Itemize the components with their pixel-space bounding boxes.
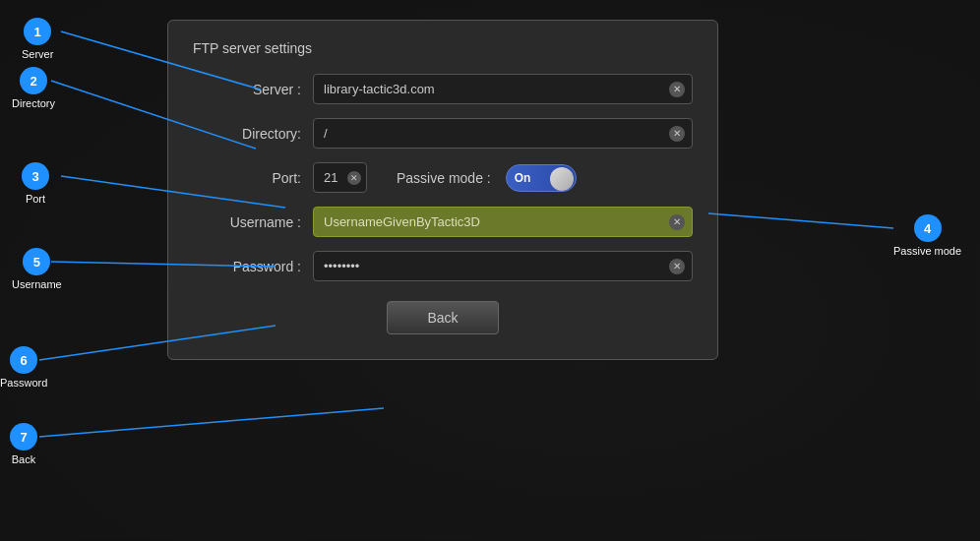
annotation-4: 4 Passive mode <box>893 214 961 257</box>
password-input-wrap: ✕ <box>313 251 693 281</box>
svg-line-6 <box>39 408 384 437</box>
passive-mode-label: Passive mode : <box>397 170 491 186</box>
annotation-circle-2: 2 <box>20 67 47 94</box>
annotation-circle-6: 6 <box>10 346 37 374</box>
directory-input[interactable] <box>313 118 693 149</box>
port-label: Port: <box>193 170 301 186</box>
directory-row: Directory: ✕ <box>193 118 693 149</box>
annotation-2: 2 Directory <box>12 67 55 109</box>
port-clear-button[interactable]: ✕ <box>347 171 361 185</box>
toggle-on-label: On <box>515 171 531 185</box>
server-row: Server : ✕ <box>193 74 693 104</box>
dialog-title: FTP server settings <box>193 40 693 56</box>
password-row: Password : ✕ <box>193 251 693 281</box>
password-clear-button[interactable]: ✕ <box>669 259 685 274</box>
server-input[interactable] <box>313 74 693 104</box>
port-passive-row: Port: ✕ Passive mode : On <box>193 162 693 193</box>
server-label: Server : <box>193 82 301 97</box>
port-input-wrap: ✕ <box>313 162 367 193</box>
annotation-7: 7 Back <box>10 423 37 465</box>
annotation-label-2: Directory <box>12 97 55 109</box>
toggle-handle <box>550 167 574 191</box>
toggle-switch[interactable]: On <box>506 164 577 192</box>
annotation-circle-7: 7 <box>10 423 37 451</box>
directory-label: Directory: <box>193 126 301 142</box>
directory-input-wrap: ✕ <box>313 118 693 149</box>
back-button-wrap: Back <box>193 301 693 334</box>
annotation-circle-4: 4 <box>914 214 942 242</box>
annotation-label-5: Username <box>12 278 62 290</box>
password-input[interactable] <box>313 251 693 281</box>
annotation-circle-1: 1 <box>24 18 51 45</box>
server-input-wrap: ✕ <box>313 74 693 104</box>
annotation-5: 5 Username <box>12 248 62 290</box>
username-input[interactable] <box>313 207 693 237</box>
passive-mode-toggle[interactable]: On <box>506 164 577 192</box>
annotation-label-3: Port <box>26 193 45 205</box>
ftp-settings-dialog: FTP server settings Server : ✕ Directory… <box>167 20 718 360</box>
annotation-label-1: Server <box>22 48 53 60</box>
back-button[interactable]: Back <box>387 301 498 334</box>
annotation-label-7: Back <box>12 453 35 465</box>
annotation-circle-3: 3 <box>22 162 49 190</box>
annotation-3: 3 Port <box>22 162 49 205</box>
annotation-label-4: Passive mode <box>893 245 961 257</box>
directory-clear-button[interactable]: ✕ <box>669 126 685 142</box>
annotation-6: 6 Password <box>0 346 47 389</box>
annotation-label-6: Password <box>0 377 47 389</box>
username-clear-button[interactable]: ✕ <box>669 214 685 230</box>
annotation-1: 1 Server <box>22 18 53 60</box>
annotation-circle-5: 5 <box>23 248 50 275</box>
username-row: Username : ✕ <box>193 207 693 237</box>
username-input-wrap: ✕ <box>313 207 693 237</box>
username-label: Username : <box>193 214 301 230</box>
server-clear-button[interactable]: ✕ <box>669 82 685 97</box>
svg-line-3 <box>708 213 893 228</box>
password-label: Password : <box>193 259 301 274</box>
